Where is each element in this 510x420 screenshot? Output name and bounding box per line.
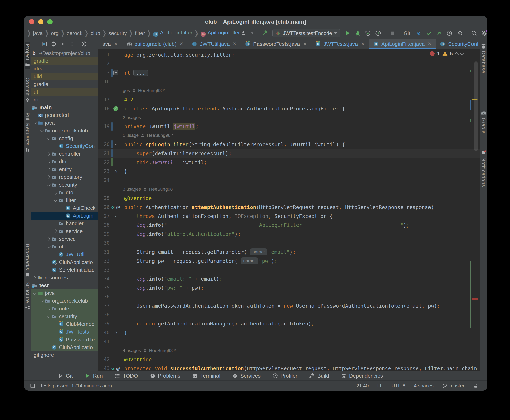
tree-item-passwordte[interactable]: CPasswordTe [31,336,98,343]
override-method-icon[interactable]: o↑@ [112,366,120,371]
close-tab-icon[interactable]: ✕ [114,41,118,47]
tree-item-dto[interactable]: dto [31,158,98,165]
tool-window-button-problems[interactable]: Problems [150,373,180,379]
git-update-icon[interactable] [416,30,422,36]
line-number[interactable]: 39 [98,321,111,327]
chevron-down-icon[interactable] [46,184,52,186]
tool-stripe-pull-requests[interactable]: Pull Requests [25,111,30,154]
tool-stripe-project[interactable]: Project [25,42,30,69]
line-number[interactable]: 31 [98,249,111,255]
code-line-23[interactable]: 23⌂} [98,167,480,176]
expand-all-icon[interactable] [60,41,65,47]
tree-item-ut[interactable]: ut [31,88,98,96]
usages-hint[interactable]: ges [123,88,130,93]
breadcrumb-item-apiloginfilter[interactable]: mApiLoginFilter [200,30,240,37]
run-configuration-select[interactable]: JWTTests.testEncode [272,29,340,38]
editor-tab-jwtutil-java[interactable]: CJWTUtil.java✕ [188,39,241,49]
tree-item-clubapplicatio[interactable]: CClubApplicatio [31,343,98,351]
settings-gear-icon[interactable] [481,30,487,36]
tree-item-filter[interactable]: filter [31,196,98,204]
chevron-down-icon[interactable] [38,129,45,132]
line-number[interactable]: 26 [98,204,111,210]
tree-item-apicheck[interactable]: CApiCheck [31,204,98,212]
code-line-20[interactable]: 20▾public ApiLoginFilter(String defaultF… [98,140,480,149]
collapse-all-icon[interactable] [69,41,74,47]
user-profile-icon[interactable] [240,30,246,36]
code-line-1[interactable]: 1age org.zerock.club.security.filter; [98,50,480,59]
tree-item-config[interactable]: config [31,135,98,142]
chevron-down-icon[interactable] [32,292,38,294]
chevron-down-icon[interactable] [46,245,52,248]
usages-hint[interactable]: 3 usages [123,187,141,192]
line-number[interactable]: 30 [98,240,111,246]
lombok-icon[interactable] [113,106,118,111]
breadcrumb-item-apiloginfilter[interactable]: CApiLoginFilter [153,30,193,37]
line-number[interactable]: 3 [98,70,111,75]
code-line-30[interactable]: 30 [98,239,480,248]
tree-item-dto[interactable]: dto [31,189,98,196]
close-tab-icon[interactable]: ✕ [233,41,237,47]
code-line-17[interactable]: 174j2 [98,95,480,104]
code-line-34[interactable]: 34 log.info("email: " + email); [98,274,480,283]
line-number[interactable]: 38 [98,312,111,318]
close-tab-icon[interactable]: ✕ [303,41,307,47]
tree-item-note[interactable]: note [31,305,98,312]
tree-root[interactable]: b~/Desktop/project/club [31,49,98,57]
tool-window-button-run[interactable]: Run [84,373,103,379]
editor-tab-jwttests-java[interactable]: CJWTTests.java✕ [311,39,369,49]
search-icon[interactable] [471,30,477,36]
editor-tab-apiloginfilter-java[interactable]: CApiLoginFilter.java✕ [369,39,436,49]
scroll-to-source-icon[interactable] [51,41,56,47]
line-number[interactable]: 24 [98,177,111,183]
prev-problem-icon[interactable] [455,52,459,56]
tree-item-service[interactable]: service [31,235,98,243]
editor-tab-build-gradle-club-[interactable]: build.gradle (club)✕ [122,39,188,49]
panel-settings-icon[interactable] [81,41,87,47]
breadcrumb-item-org[interactable]: org [51,30,59,37]
line-number[interactable]: 16 [98,79,111,84]
tree-item-controller[interactable]: controller [31,150,98,158]
chevron-down-icon[interactable] [46,137,52,140]
code-line-28[interactable]: 28 log.info("───────────────────────────… [98,221,480,230]
code-line-36[interactable]: 36 [98,292,480,301]
code-line-25[interactable]: 25@Override [98,194,480,203]
fold-collapse-icon[interactable]: ▾ [114,214,117,218]
chevron-right-icon[interactable] [46,176,52,179]
breadcrumb-item-filter[interactable]: filter [135,30,145,37]
code-line-27[interactable]: 27▾ throws AuthenticationException, IOEx… [98,212,480,221]
line-number[interactable]: 36 [98,294,111,300]
line-number[interactable]: 33 [98,267,111,273]
line-number[interactable]: 20 [98,142,111,147]
tree-item-clubapplicatio[interactable]: CClubApplicatio [31,258,98,266]
line-number[interactable]: 32 [98,258,111,264]
line-number[interactable]: 1 [98,52,111,58]
code-line-39[interactable]: 39 return getAuthenticationManager().aut… [98,319,480,328]
chevron-right-icon[interactable] [52,222,59,225]
stop-button[interactable] [390,30,396,36]
tool-window-button-todo[interactable]: TODO [114,373,138,379]
tree-item-util[interactable]: util [31,243,98,251]
editor-tab-securityconfig-java[interactable]: CSecurityConfig.java✕ [436,39,480,49]
tree-item-resources[interactable]: resources [31,274,98,282]
status-widget-4-spaces[interactable]: 4 spaces [414,383,434,389]
code-line-37[interactable]: 37 UsernamePasswordAuthenticationToken a… [98,301,480,310]
history-icon[interactable] [446,30,453,36]
line-number[interactable]: 37 [98,303,111,308]
status-widget-utf-8[interactable]: UTF-8 [392,383,405,389]
chevron-right-icon[interactable] [52,230,59,232]
tree-item-org-zerock-club[interactable]: org.zerock.club [31,127,98,135]
status-widget-21-40[interactable]: 21:40 [357,383,369,389]
code-line-43[interactable]: 43o↑@protected void successfulAuthentica… [98,364,480,371]
line-number[interactable]: 2 [98,61,111,67]
tree-item-java[interactable]: java [31,119,98,127]
tool-window-button-terminal[interactable]: Terminal [192,373,220,379]
close-tab-icon[interactable]: ✕ [361,41,365,47]
tree-item-gradle[interactable]: gradle [31,80,98,88]
code-line-31[interactable]: 31 String email = request.getParameter( … [98,248,480,256]
chevron-right-icon[interactable] [46,307,52,310]
rollback-icon[interactable] [457,30,463,36]
tree-item-servletinitialize[interactable]: CServletInitialize [31,266,98,274]
scrollbar[interactable] [474,61,478,151]
line-number[interactable]: 29 [98,231,111,237]
chevron-down-icon[interactable] [32,122,38,124]
